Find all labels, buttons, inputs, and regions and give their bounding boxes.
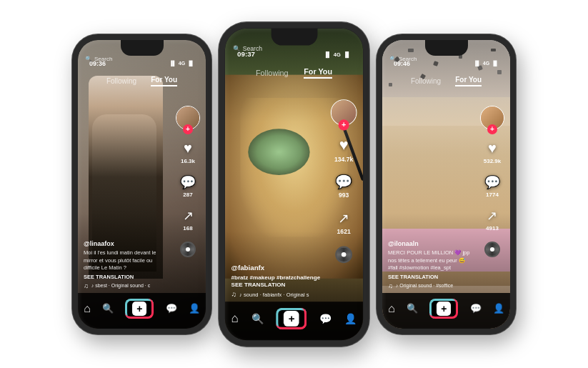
silent-button-3 — [377, 158, 378, 179]
phone-1-screen: 09:36 ▐▌ 4G ▐▌ 🔍 Search — [78, 40, 206, 329]
phone-3-notch — [432, 47, 461, 53]
volume-up-button-2 — [219, 90, 220, 113]
phone-1: 09:36 ▐▌ 4G ▐▌ 🔍 Search — [72, 34, 211, 334]
phone-2-device: 09:37 ▐▌ 4G ▐▌ 🔍 Search Following — [219, 22, 369, 347]
phone-1-notch — [128, 47, 156, 53]
volume-up-button-3 — [377, 97, 378, 119]
confetti-8 — [452, 44, 455, 49]
phone-3-gradient — [382, 40, 510, 329]
phone-1-device: 09:36 ▐▌ 4G ▐▌ 🔍 Search — [72, 34, 211, 334]
phones-container: 09:36 ▐▌ 4G ▐▌ 🔍 Search — [58, 20, 530, 349]
phone-2-notch — [279, 36, 309, 42]
power-button — [210, 111, 211, 147]
power-button-3 — [514, 111, 516, 147]
volume-up-button — [72, 97, 74, 119]
volume-down-button-3 — [377, 129, 378, 151]
power-button-2 — [368, 105, 369, 144]
phone-3: 09:46 ▐▌ 4G ▐▌ 🔍 Search Following — [377, 34, 516, 334]
phone-3-device: 09:46 ▐▌ 4G ▐▌ 🔍 Search Following — [377, 34, 516, 334]
phone-2: 09:37 ▐▌ 4G ▐▌ 🔍 Search Following — [224, 34, 364, 334]
volume-down-button-2 — [219, 124, 220, 147]
phone-1-person — [89, 76, 163, 279]
phone-3-screen: 09:46 ▐▌ 4G ▐▌ 🔍 Search Following — [382, 40, 510, 329]
silent-button — [72, 158, 74, 179]
silent-button-2 — [219, 156, 220, 179]
phone-2-gradient — [225, 28, 363, 339]
volume-down-button — [72, 129, 74, 151]
phone-2-screen: 09:37 ▐▌ 4G ▐▌ 🔍 Search Following — [225, 28, 363, 339]
